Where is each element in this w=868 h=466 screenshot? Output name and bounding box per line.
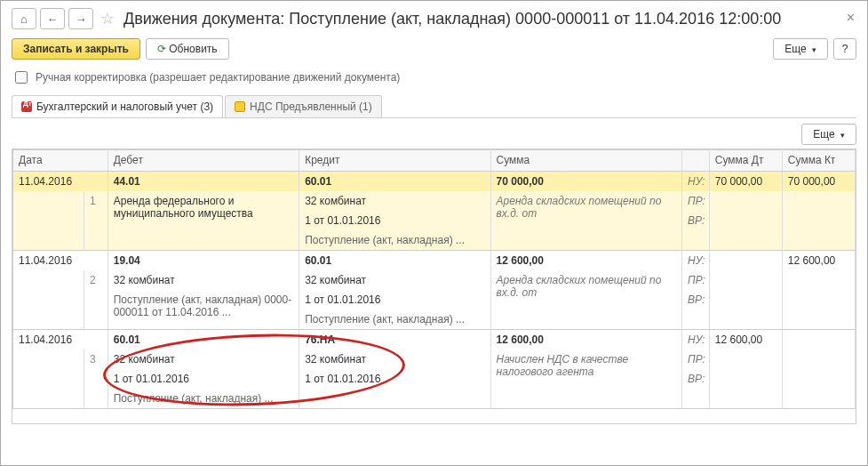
tab-accounting-label: Бухгалтерский и налоговый учет (3) [36, 100, 213, 113]
cell-label: ПР: [682, 350, 710, 369]
home-button[interactable]: ⌂ [12, 8, 36, 29]
cell-sum-kt: 70 000,00 [782, 172, 855, 192]
cell-sum-dt: 70 000,00 [709, 172, 782, 192]
table-row[interactable]: 3 32 комбинат 32 комбинат Начислен НДС в… [13, 350, 856, 369]
table-row[interactable]: Поступление (акт, накладная) 0000-000011… [13, 290, 856, 309]
grid-more-label: Еще [813, 128, 834, 141]
cell-sum-dt [709, 251, 782, 271]
table-row[interactable]: Поступление (акт, накладная) ... [13, 389, 856, 409]
cell-label: НУ: [682, 330, 710, 350]
help-button[interactable]: ? [833, 38, 856, 60]
cell-date: 11.04.2016 [13, 172, 108, 192]
refresh-label: Обновить [169, 43, 217, 55]
home-icon: ⌂ [20, 12, 28, 26]
cell-sum-kt [782, 330, 855, 350]
cell-idx: 2 [84, 270, 108, 290]
cell-sum: 12 600,00 [490, 330, 681, 350]
cell-credit-sub: 32 комбинат [299, 270, 490, 290]
cell-sum-dt: 12 600,00 [709, 330, 782, 350]
table-row[interactable]: 11.04.2016 19.04 60.01 12 600,00 НУ: 12 … [13, 251, 856, 271]
cell-desc: Аренда складских помещений по вх.д. от [490, 270, 681, 309]
cell-desc: Начислен НДС в качестве налогового агент… [490, 350, 681, 389]
cell-credit-sub: 32 комбинат [299, 191, 490, 211]
table-row[interactable]: 11.04.2016 44.01 60.01 70 000,00 НУ: 70 … [13, 172, 856, 192]
refresh-icon: ⟳ [157, 43, 166, 55]
tab-vat[interactable]: НДС Предъявленный (1) [225, 95, 382, 117]
col-sum-dt[interactable]: Сумма Дт [709, 150, 782, 172]
back-button[interactable]: ← [40, 8, 65, 29]
register-icon [235, 101, 245, 112]
cell-debit-acc: 19.04 [108, 251, 299, 271]
close-icon: × [847, 10, 855, 25]
cell-credit-sub: 1 от 01.01.2016 [299, 369, 490, 389]
cell-label: НУ: [682, 172, 710, 192]
refresh-button[interactable]: ⟳ Обновить [146, 38, 229, 60]
table-row[interactable]: 1 Аренда федерального и муниципального и… [13, 191, 856, 211]
cell-sum: 70 000,00 [490, 172, 681, 192]
cell-credit-sub: Поступление (акт, накладная) ... [299, 309, 490, 330]
tab-accounting[interactable]: Дт Бухгалтерский и налоговый учет (3) [12, 95, 223, 117]
cell-date: 11.04.2016 [13, 251, 108, 271]
cell-label: ПР: [682, 270, 710, 290]
table-row[interactable]: 11.04.2016 60.01 76.НА 12 600,00 НУ: 12 … [13, 330, 856, 350]
cell-credit-sub: 1 от 01.01.2016 [299, 211, 490, 230]
star-icon[interactable]: ☆ [100, 9, 115, 28]
cell-desc: Аренда складских помещений по вх.д. от [490, 191, 681, 230]
more-button[interactable]: Еще ▾ [773, 38, 828, 60]
manual-correction-label: Ручная корректировка (разрешает редактир… [36, 71, 400, 84]
more-label: Еще [784, 43, 806, 55]
table-row[interactable]: 2 32 комбинат 32 комбинат Аренда складск… [13, 270, 856, 290]
cell-date: 11.04.2016 [13, 330, 108, 350]
chevron-down-icon: ▾ [812, 45, 816, 54]
cell-idx: 1 [84, 191, 108, 211]
postings-table-container: Дата Дебет Кредит Сумма Сумма Дт Сумма К… [12, 149, 856, 424]
cell-credit-sub: 1 от 01.01.2016 [299, 290, 490, 309]
col-date[interactable]: Дата [13, 150, 108, 172]
arrow-left-icon: ← [47, 12, 59, 26]
forward-button[interactable]: → [68, 8, 93, 29]
cell-label: ВР: [682, 290, 710, 309]
tab-vat-label: НДС Предъявленный (1) [250, 100, 372, 113]
table-header-row: Дата Дебет Кредит Сумма Сумма Дт Сумма К… [13, 150, 856, 172]
col-credit[interactable]: Кредит [299, 150, 490, 172]
cell-debit-sub: Поступление (акт, накладная) 0000-000011… [108, 290, 299, 330]
cell-debit-sub: Поступление (акт, накладная) ... [108, 389, 299, 409]
close-button[interactable]: × [847, 10, 855, 26]
arrow-right-icon: → [76, 12, 87, 26]
cell-debit-acc: 44.01 [108, 172, 299, 192]
cell-debit-sub: 32 комбинат [108, 270, 299, 290]
cell-label: ПР: [682, 191, 710, 211]
col-sum-kt[interactable]: Сумма Кт [782, 150, 855, 172]
col-debit[interactable]: Дебет [108, 150, 299, 172]
cell-idx: 3 [84, 350, 108, 369]
chevron-down-icon: ▾ [840, 131, 845, 140]
cell-debit-sub: 32 комбинат [108, 350, 299, 369]
col-sum[interactable]: Сумма [490, 150, 681, 172]
cell-label: ВР: [682, 369, 710, 389]
cell-credit-acc: 60.01 [299, 172, 490, 192]
postings-table: Дата Дебет Кредит Сумма Сумма Дт Сумма К… [12, 149, 856, 409]
grid-more-button[interactable]: Еще ▾ [801, 124, 856, 145]
cell-credit-acc: 76.НА [299, 330, 490, 350]
table-row[interactable]: 1 от 01.01.2016 1 от 01.01.2016 ВР: [13, 369, 856, 389]
cell-label: НУ: [682, 251, 710, 271]
col-nk[interactable] [682, 150, 710, 172]
save-and-close-button[interactable]: Записать и закрыть [12, 38, 140, 60]
cell-sum-kt: 12 600,00 [782, 251, 855, 271]
manual-correction-checkbox[interactable] [15, 71, 28, 84]
page-title: Движения документа: Поступление (акт, на… [123, 10, 781, 28]
cell-credit-acc: 60.01 [299, 251, 490, 271]
table-row[interactable]: Поступление (акт, накладная) ... [13, 230, 856, 251]
cell-credit-sub: Поступление (акт, накладная) ... [299, 230, 490, 251]
cell-sum: 12 600,00 [490, 251, 681, 271]
cell-debit-sub: 1 от 01.01.2016 [108, 369, 299, 389]
cell-debit-sub: Аренда федерального и муниципального иму… [108, 191, 299, 230]
cell-label: ВР: [682, 211, 710, 230]
accounting-icon: Дт [21, 101, 32, 112]
cell-credit-sub: 32 комбинат [299, 350, 490, 369]
cell-debit-acc: 60.01 [108, 330, 299, 350]
